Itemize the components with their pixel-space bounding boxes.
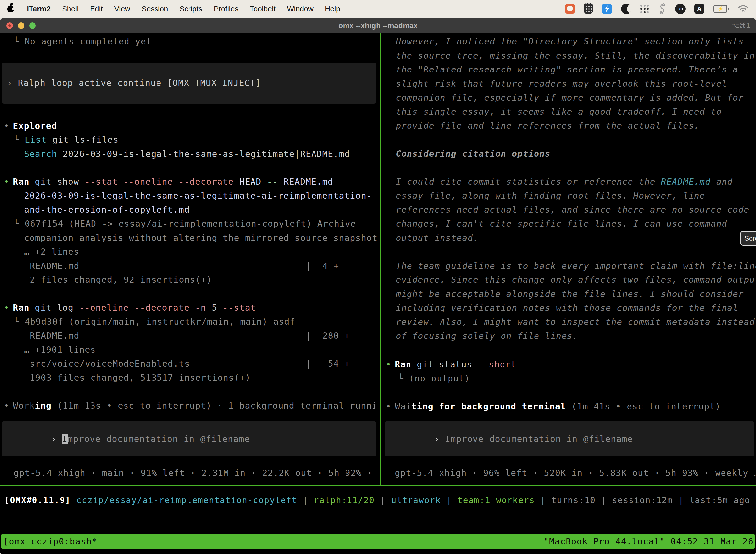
reasoning-line: of focusing solely on file lines. bbox=[396, 331, 578, 341]
reasoning-line: evidence. Since this change only affects… bbox=[396, 275, 756, 285]
git-status-bullet: • bbox=[386, 359, 391, 370]
terminal-window: omx --xhigh --madmax ⌥⌘1 └ No agents com… bbox=[0, 18, 756, 554]
ralph-loop-box[interactable]: › Ralph loop active continue [OMX_TMUX_I… bbox=[2, 63, 376, 104]
reasoning-line: the source tree, missing the essay. Stil… bbox=[396, 50, 755, 61]
dots-grid-icon[interactable] bbox=[640, 5, 649, 13]
explored-title: Explored bbox=[13, 121, 57, 131]
reasoning-heading: Considering citation options bbox=[396, 149, 551, 159]
ralph-loop-line: › Ralph loop active continue [OMX_TMUX_I… bbox=[7, 78, 261, 88]
git-log-bullet: • bbox=[4, 302, 9, 313]
menubar-item-edit[interactable]: Edit bbox=[90, 5, 103, 13]
reasoning-line: essay file, along with finding root file… bbox=[396, 190, 705, 201]
left-terminal-pane[interactable]: └ No agents completed yet › Ralph loop a… bbox=[0, 33, 378, 486]
status-separator-line bbox=[0, 486, 756, 486]
working-status-line: Working (11m 13s • esc to interrupt) · 1… bbox=[13, 400, 375, 411]
prompt-chevron: › bbox=[51, 434, 62, 444]
menubar-item-window[interactable]: Window bbox=[287, 5, 314, 13]
omx-status-bar: [OMX#0.11.9] cczip/essay/ai-reimplementa… bbox=[4, 495, 750, 506]
reasoning-line: including verification notes with those … bbox=[396, 302, 738, 313]
crescent-app-icon[interactable] bbox=[621, 4, 631, 14]
battery-icon[interactable]: ⚡ bbox=[713, 5, 729, 13]
waiting-status-line: Waiting for background terminal (1m 41s … bbox=[395, 401, 721, 412]
right-terminal-pane[interactable]: However, I noticed the "Directory Struct… bbox=[382, 33, 756, 486]
reasoning-line: this single essay, it seems like a good … bbox=[396, 107, 722, 117]
git-log-ellipsis: … +1901 lines bbox=[24, 344, 96, 355]
reasoning-line: output instead. bbox=[396, 233, 479, 243]
git-show-filename-1: 2026-03-09-is-legal-the-same-as-legitima… bbox=[24, 190, 372, 201]
tree-guide bbox=[16, 189, 16, 220]
left-model-status: gpt-5.4 xhigh · main · 91% left · 2.31M … bbox=[14, 467, 378, 478]
git-show-files-changed: 2 files changed, 92 insertions(+) bbox=[30, 275, 212, 285]
git-status-no-output: └ (no output) bbox=[398, 373, 470, 384]
git-log-files-changed: 1903 files changed, 513517 insertions(+) bbox=[30, 372, 251, 383]
reasoning-line: changes, I can't cite specific file line… bbox=[396, 218, 727, 229]
reasoning-line: review. Also, I might want to inspect th… bbox=[396, 317, 755, 327]
shield-grid-icon[interactable] bbox=[584, 3, 593, 14]
right-model-status: gpt-5.4 xhigh · 96% left · 520K in · 5.8… bbox=[395, 467, 756, 478]
git-show-ellipsis: … +2 lines bbox=[24, 246, 79, 257]
screen-recording-icon[interactable] bbox=[565, 4, 575, 14]
window-titlebar[interactable]: omx --xhigh --madmax ⌥⌘1 bbox=[0, 18, 756, 33]
tmux-session-label: [omx-cczip0:bash* bbox=[3, 536, 98, 547]
git-show-command: Ran git show --stat --oneline --decorate… bbox=[13, 176, 333, 187]
explored-bullet: • bbox=[4, 121, 9, 131]
tmux-status-bar: [omx-cczip0:bash* "MacBook-Pro-44.local"… bbox=[1, 534, 755, 549]
menubar-item-toolbelt[interactable]: Toolbelt bbox=[250, 5, 275, 13]
menubar-item-scripts[interactable]: Scripts bbox=[180, 5, 202, 13]
pane-divider[interactable] bbox=[380, 33, 381, 486]
no-agents-line: └ No agents completed yet bbox=[14, 36, 152, 47]
squiggle-icon[interactable] bbox=[658, 3, 666, 14]
left-prompt-text: mprove documentation in @filename bbox=[68, 434, 250, 444]
wifi-icon[interactable] bbox=[738, 5, 749, 13]
explored-search-line: Search 2026-03-09-is-legal-the-same-as-l… bbox=[24, 149, 350, 159]
explored-list-line: └ List git ls-files bbox=[14, 134, 119, 145]
reasoning-line: slight risk that future readers may over… bbox=[396, 78, 727, 89]
git-show-filename-2: and-the-erosion-of-copyleft.md bbox=[24, 205, 190, 215]
reasoning-line: provide file and line references from th… bbox=[396, 120, 700, 131]
reasoning-line: references need actual files, and since … bbox=[396, 205, 749, 215]
battery-percent-badge[interactable]: ..61 bbox=[675, 4, 686, 14]
menubar: iTerm2 Shell Edit View Session Scripts P… bbox=[0, 0, 756, 18]
right-prompt-input[interactable]: › Improve documentation in @filename bbox=[385, 421, 754, 456]
menubar-item-session[interactable]: Session bbox=[142, 5, 168, 13]
menubar-item-shell[interactable]: Shell bbox=[62, 5, 79, 13]
reasoning-line: the "Related research writing" section i… bbox=[396, 64, 738, 75]
tmux-host-clock: "MacBook-Pro-44.local" 04:52 31-Mar-26 bbox=[544, 536, 754, 547]
screen-notification-overlay[interactable]: Scre bbox=[740, 231, 756, 246]
right-prompt-text: Improve documentation in @filename bbox=[445, 434, 633, 444]
menubar-item-help[interactable]: Help bbox=[325, 5, 340, 13]
reasoning-line: I could cite commit statistics or refere… bbox=[396, 176, 733, 187]
git-show-bullet: • bbox=[4, 176, 9, 187]
git-log-stat-readme: README.md | 280 + bbox=[30, 330, 350, 341]
reasoning-line: might be acceptable alongside the file l… bbox=[396, 289, 744, 299]
working-bullet: • bbox=[4, 400, 9, 411]
window-title: omx --xhigh --madmax bbox=[0, 18, 756, 33]
git-show-output-2: companion analysis without altering the … bbox=[24, 233, 378, 243]
git-log-stat-voice: src/voice/voiceModeEnabled.ts | 54 + bbox=[30, 358, 350, 369]
menubar-item-profiles[interactable]: Profiles bbox=[213, 5, 238, 13]
screen-notification-text: Scre bbox=[744, 234, 756, 242]
menubar-app-name[interactable]: iTerm2 bbox=[27, 5, 51, 13]
prompt-chevron: › bbox=[434, 434, 445, 444]
window-shortcut-badge: ⌥⌘1 bbox=[731, 18, 750, 33]
reasoning-line: companion file, especially if more comme… bbox=[396, 92, 744, 103]
text-cursor: I bbox=[62, 434, 68, 444]
git-log-command: Ran git log --oneline --decorate -n 5 --… bbox=[13, 302, 256, 313]
git-show-stat-readme: README.md | 4 + bbox=[30, 261, 339, 271]
git-show-output-1: └ 067f154 (HEAD -> essay/ai-reimplementa… bbox=[14, 218, 356, 229]
reasoning-line: However, I noticed the "Directory Struct… bbox=[396, 36, 744, 47]
git-log-output-1: └ 4b9d30f (origin/main, instructkr/main,… bbox=[14, 317, 296, 327]
a-app-badge[interactable]: A bbox=[694, 4, 704, 14]
waiting-bullet: • bbox=[386, 401, 391, 412]
git-status-command: Ran git status --short bbox=[395, 359, 516, 370]
apple-logo-icon[interactable] bbox=[7, 6, 14, 12]
left-prompt-input[interactable]: › Improve documentation in @filename bbox=[2, 421, 376, 456]
blue-bolt-icon[interactable] bbox=[602, 4, 612, 14]
menubar-item-view[interactable]: View bbox=[114, 5, 130, 13]
reasoning-line: The team guideline is to back every impo… bbox=[396, 261, 756, 271]
